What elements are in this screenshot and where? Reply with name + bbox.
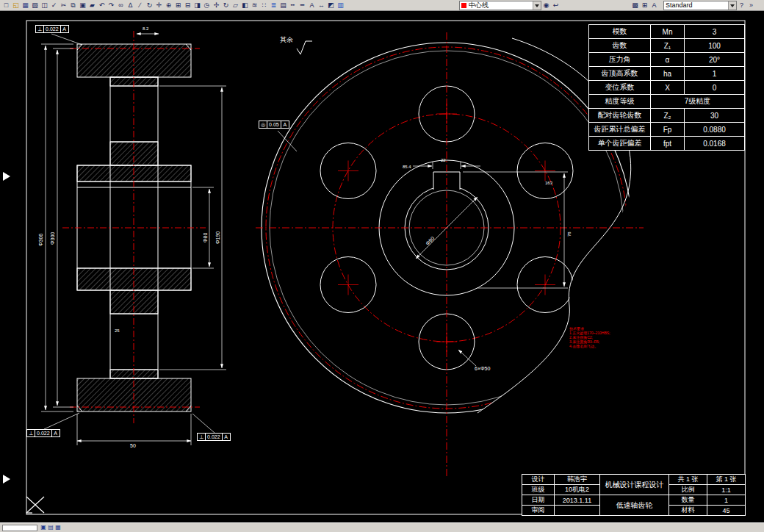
ucs-icon (26, 497, 44, 513)
style-combobox-value: Standard (666, 1, 728, 9)
course-title: 机械设计课程设计 (600, 475, 669, 495)
open-icon[interactable]: ◱ (11, 1, 21, 10)
undo-icon[interactable]: ↶ (97, 1, 107, 10)
linetype-icon[interactable]: ╍ (288, 1, 298, 10)
rotate-icon[interactable]: ↻ (221, 1, 231, 10)
layers-icon[interactable]: ≣ (269, 1, 278, 10)
match-properties-icon[interactable]: ▰ (87, 1, 97, 10)
param-cell: Fp (651, 123, 685, 137)
text-control-icon[interactable]: A (649, 1, 659, 10)
param-cell: 单个齿距偏差 (589, 137, 651, 151)
text-style-icon[interactable]: A (307, 1, 317, 10)
gdt-leaders (44, 34, 297, 433)
distance-icon[interactable]: ∕ (135, 1, 145, 10)
param-cell: 7级精度 (651, 95, 745, 109)
gear-parameter-table: 模数Mn3 齿数Z₁100 压力角α20° 齿顶高系数ha1 变位系数X0 精度… (588, 24, 745, 151)
toolbar-group-left: □◱▦▧◫✓✂⧉▣▰↶↷∞∆∕↻✛⊕⊞⊟◨◷✢↻▱◧≋∷≣▤╍━A↔◩▥ (1, 1, 345, 10)
cut-icon[interactable]: ✂ (59, 1, 68, 10)
layer-combobox-value: 中心线 (469, 1, 533, 10)
offset-icon[interactable]: ≋ (250, 1, 259, 10)
named-views-icon[interactable]: ◨ (192, 1, 202, 10)
param-cell: X (651, 81, 685, 95)
taskbar-icon-2[interactable]: ▤ (47, 524, 54, 531)
title-cell: 材料 (669, 506, 707, 516)
param-cell: α (651, 53, 685, 67)
section-view (41, 31, 226, 445)
orbit-icon[interactable]: ◷ (202, 1, 212, 10)
taskbar-icon-3[interactable]: ▦ (54, 524, 62, 531)
array-icon[interactable]: ∷ (259, 1, 269, 10)
edge-markers (3, 172, 10, 484)
title-cell: 10机电2 (555, 485, 600, 495)
title-cell: 日期 (522, 495, 555, 506)
param-cell: 0 (685, 81, 745, 95)
save-icon[interactable]: ▦ (21, 1, 30, 10)
param-cell: 配对齿轮齿数 (589, 109, 651, 123)
layer-color-swatch (461, 3, 466, 8)
style-combobox[interactable]: Standard (663, 1, 737, 10)
title-cell (555, 506, 600, 516)
redraw-icon[interactable]: ↻ (145, 1, 154, 10)
erase-icon[interactable]: ▱ (231, 1, 240, 10)
lineweight-icon[interactable]: ━ (298, 1, 307, 10)
title-cell: 1 (707, 495, 746, 506)
param-cell: 30 (685, 109, 745, 123)
new-icon[interactable]: □ (1, 1, 11, 10)
make-object-layer-current-icon[interactable]: ◉ (541, 1, 551, 10)
dim-style-icon[interactable]: ↔ (317, 1, 326, 10)
copy-icon[interactable]: ⧉ (68, 1, 78, 10)
zoom-window-icon[interactable]: ⊞ (173, 1, 183, 10)
param-cell: 模数 (589, 25, 651, 39)
print-icon[interactable]: ▧ (30, 1, 40, 10)
title-cell: 设计 (522, 475, 555, 485)
param-cell: 变位系数 (589, 81, 651, 95)
toolbar-overflow-icon[interactable]: » (746, 1, 756, 10)
pan-icon[interactable]: ✛ (154, 1, 164, 10)
move-icon[interactable]: ✢ (212, 1, 221, 10)
param-cell: 压力角 (589, 53, 651, 67)
design-center-icon[interactable]: ▥ (336, 1, 345, 10)
hyperlink-icon[interactable]: ∞ (116, 1, 126, 10)
table-style-icon[interactable]: ⊞ (640, 1, 649, 10)
redo-icon[interactable]: ↷ (107, 1, 116, 10)
layer-properties-icon[interactable]: ▤ (278, 1, 288, 10)
title-cell: 45 (707, 506, 746, 516)
param-cell: fpt (651, 137, 685, 151)
title-cell: 数量 (669, 495, 707, 506)
param-cell: 齿距累计总偏差 (589, 123, 651, 137)
taskbar-icon-1[interactable]: ▣ (40, 524, 47, 531)
title-cell: 2013.1.11 (555, 495, 600, 506)
spell-check-icon[interactable]: ✓ (49, 1, 59, 10)
layer-combobox[interactable]: 中心线 (459, 1, 541, 10)
toolbar-group-right: ▩⊞A (630, 1, 659, 10)
paste-icon[interactable]: ▣ (78, 1, 87, 10)
title-cell: 共 1 张 (669, 475, 707, 485)
print-preview-icon[interactable]: ◫ (40, 1, 49, 10)
cad-window: □◱▦▧◫✓✂⧉▣▰↶↷∞∆∕↻✛⊕⊞⊟◨◷✢↻▱◧≋∷≣▤╍━A↔◩▥ 中心线… (0, 0, 764, 532)
chevron-down-icon[interactable] (533, 1, 541, 10)
param-cell: 精度等级 (589, 95, 651, 109)
zoom-realtime-icon[interactable]: ⊕ (164, 1, 173, 10)
zoom-previous-icon[interactable]: ⊟ (183, 1, 192, 10)
title-cell: 审阅 (522, 506, 555, 516)
properties-icon[interactable]: ◩ (326, 1, 336, 10)
param-cell: 0.0168 (685, 137, 745, 151)
statusbar-icons: ▣▤▦ (40, 524, 62, 531)
param-cell: 0.0880 (685, 123, 745, 137)
front-view (256, 32, 644, 478)
param-cell: Mn (651, 25, 685, 39)
title-cell: 比例 (669, 485, 707, 495)
ucs-icon[interactable]: ∆ (126, 1, 135, 10)
layer-previous-icon[interactable]: ↩ (551, 1, 561, 10)
chevron-down-icon[interactable] (728, 1, 736, 10)
help-icon[interactable]: ? (737, 1, 746, 10)
title-block: 设计 韩浩宇 机械设计课程设计 共 1 张 第 1 张 班级 10机电2 比例 … (522, 474, 746, 516)
toolbar: □◱▦▧◫✓✂⧉▣▰↶↷∞∆∕↻✛⊕⊞⊟◨◷✢↻▱◧≋∷≣▤╍━A↔◩▥ 中心线… (0, 0, 764, 11)
statusbar: ▣▤▦ (0, 522, 764, 532)
statusbar-field[interactable] (2, 525, 37, 531)
surface-roughness-icon (297, 41, 312, 54)
mirror-icon[interactable]: ◧ (240, 1, 250, 10)
title-cell: 班级 (522, 485, 555, 495)
param-cell: 齿顶高系数 (589, 67, 651, 81)
color-control-icon[interactable]: ▩ (630, 1, 640, 10)
